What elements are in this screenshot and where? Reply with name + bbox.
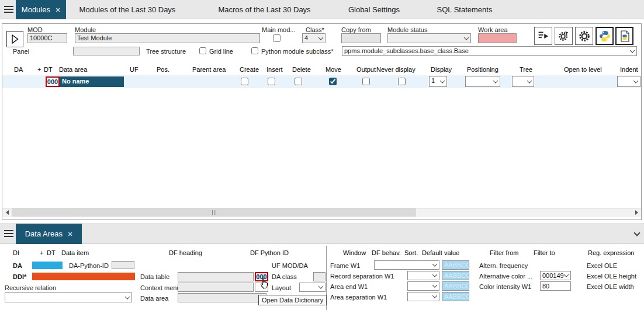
h-scrollbar-thumb[interactable]: [12, 208, 416, 217]
scroll-left-arrow[interactable]: [2, 208, 12, 217]
col-uf[interactable]: UF: [130, 66, 139, 73]
row-dt-cell[interactable]: 000: [46, 76, 60, 87]
cursor-pointer-icon: [259, 277, 269, 290]
close-icon[interactable]: ×: [68, 230, 72, 238]
row-move-checkbox[interactable]: [329, 78, 337, 85]
frame-w1-dropdown[interactable]: [374, 260, 439, 270]
col-indent[interactable]: Indent: [620, 66, 638, 73]
grid-line-checkbox[interactable]: [199, 47, 206, 54]
python-subclass-checkbox[interactable]: [251, 47, 258, 54]
record-separation-color-field[interactable]: AABBCC: [442, 271, 469, 280]
python-subclass-dropdown[interactable]: ppms.module_subclasses.base_class.Base: [342, 46, 637, 56]
recursive-relation-dropdown[interactable]: [5, 292, 132, 302]
mod-field[interactable]: 10000C: [27, 33, 67, 43]
col-positioning[interactable]: Positioning: [467, 66, 498, 73]
menu-icon[interactable]: [4, 6, 13, 13]
alternative-color-dropdown[interactable]: 000149: [540, 271, 571, 280]
class-dropdown[interactable]: 4: [302, 33, 326, 43]
dcol-df-heading[interactable]: DF heading: [169, 249, 202, 256]
python-button[interactable]: [595, 27, 614, 45]
work-area-field[interactable]: [478, 33, 517, 43]
area-separation-dropdown[interactable]: [407, 292, 439, 301]
dcol-sort[interactable]: Sort.: [404, 249, 418, 256]
col-display[interactable]: Display: [431, 66, 452, 73]
col-tree[interactable]: Tree: [520, 66, 532, 73]
area-end-dropdown[interactable]: [407, 281, 439, 291]
row-insert-checkbox[interactable]: [268, 78, 275, 85]
data-table-field[interactable]: [178, 272, 254, 281]
row-tree-dropdown[interactable]: [512, 76, 534, 87]
dcol-data-item[interactable]: Data item: [61, 249, 89, 256]
copy-from-label: Copy from: [341, 26, 371, 33]
tab-sql-statements[interactable]: SQL Statements: [421, 0, 508, 19]
row-output-checkbox[interactable]: [362, 78, 370, 85]
data-area-label: Data area: [140, 295, 168, 302]
row-delete-checkbox[interactable]: [295, 78, 302, 85]
tab-global-settings[interactable]: Global Settings: [337, 0, 411, 19]
alternative-color-label: Alternative color ...: [479, 273, 532, 280]
dcol-df-behav[interactable]: DF behav.: [372, 249, 401, 256]
tab-label: SQL Statements: [437, 5, 493, 14]
python-file-button[interactable]: [615, 27, 633, 45]
data-area-field[interactable]: [178, 293, 266, 302]
bottom-tab-bar: [0, 224, 644, 244]
col-add[interactable]: +: [37, 66, 41, 73]
area-end-color-field[interactable]: AABBCC: [442, 281, 469, 291]
panel-field[interactable]: [73, 47, 140, 55]
gear-macro-button[interactable]: [555, 27, 573, 45]
col-da[interactable]: DA: [14, 66, 23, 73]
tab-modules-last-30-days[interactable]: Modules of the Last 30 Days: [69, 0, 186, 19]
module-field[interactable]: Test Module: [75, 33, 260, 43]
gear-settings-button[interactable]: [575, 27, 593, 45]
dcol-df-python-id[interactable]: DF Python ID: [250, 249, 289, 256]
scroll-right-arrow[interactable]: [632, 208, 641, 217]
col-never-display[interactable]: Never display: [376, 66, 416, 73]
dcol-window[interactable]: Window: [343, 249, 366, 256]
dcol-filter-from[interactable]: Filter from: [490, 249, 519, 256]
area-separation-color-field[interactable]: AABBCC: [442, 292, 469, 301]
row-positioning-dropdown[interactable]: [465, 76, 500, 87]
col-dt[interactable]: DT: [44, 66, 53, 73]
row-data-area-cell[interactable]: No name: [60, 76, 124, 87]
col-parent-area[interactable]: Parent area: [192, 66, 226, 73]
record-separation-dropdown[interactable]: [407, 271, 439, 280]
frame-w1-color-field[interactable]: AABBCC: [442, 260, 469, 270]
copy-from-field[interactable]: [341, 33, 381, 43]
close-icon[interactable]: ×: [56, 6, 60, 14]
context-menu-field[interactable]: [178, 283, 254, 292]
dcol-default-value[interactable]: Default value: [422, 249, 459, 256]
col-move[interactable]: Move: [326, 66, 341, 73]
layout-dropdown[interactable]: [299, 283, 326, 292]
row-never-display-checkbox[interactable]: [398, 78, 406, 85]
ddi-color-field[interactable]: [32, 273, 135, 280]
col-pos[interactable]: Pos.: [157, 66, 169, 73]
da-python-id-field[interactable]: [112, 261, 134, 269]
run-module-button[interactable]: [6, 31, 23, 47]
main-mod-checkbox[interactable]: [273, 34, 281, 42]
bottom-menu-icon[interactable]: [4, 230, 13, 237]
col-data-area[interactable]: Data area: [59, 66, 87, 73]
col-open-to-level[interactable]: Open to level: [564, 66, 602, 73]
dcol-dt[interactable]: DT: [47, 249, 56, 256]
da-color-field[interactable]: [32, 262, 63, 269]
row-indent-dropdown[interactable]: [617, 76, 640, 87]
col-insert[interactable]: Insert: [266, 66, 283, 73]
run-list-button[interactable]: [534, 27, 552, 45]
excel-ole-height-label: Excel OLE height: [587, 273, 636, 280]
module-label: Module: [75, 26, 96, 33]
col-create[interactable]: Create: [240, 66, 259, 73]
col-delete[interactable]: Delete: [292, 66, 311, 73]
row-create-checkbox[interactable]: [241, 78, 248, 85]
tab-data-areas[interactable]: Data Areas ×: [16, 224, 82, 244]
tab-modules[interactable]: Modules ×: [16, 0, 66, 19]
tab-macros-last-30-days[interactable]: Macros of the Last 30 Days: [205, 0, 324, 19]
dcol-filter-to[interactable]: Filter to: [534, 249, 555, 256]
dcol-di[interactable]: DI: [13, 249, 19, 256]
row-display-dropdown[interactable]: 1: [429, 76, 447, 87]
dcol-add[interactable]: +: [40, 249, 43, 256]
da-class-field[interactable]: [313, 272, 326, 281]
dcol-reg-expression[interactable]: Reg. expression: [588, 249, 635, 256]
color-intensity-field[interactable]: 80: [540, 281, 571, 291]
col-output[interactable]: Output: [356, 66, 376, 73]
module-status-dropdown[interactable]: [387, 33, 471, 43]
